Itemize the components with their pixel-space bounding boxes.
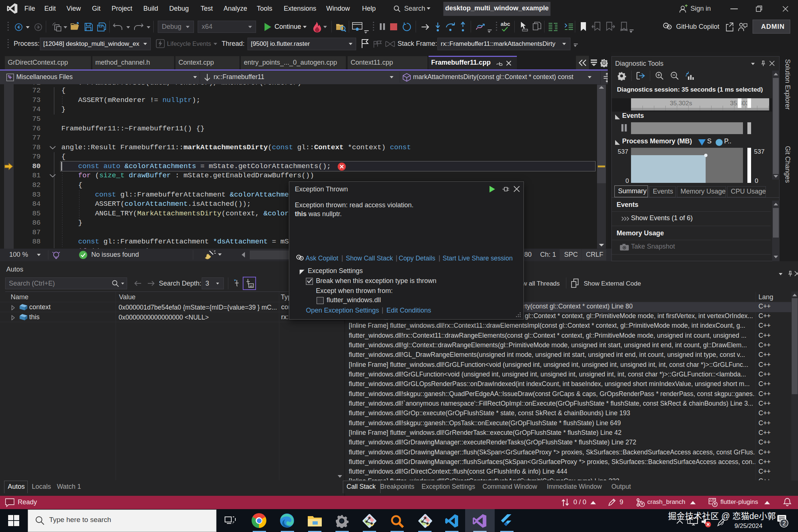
svg-text:2: 2 — [782, 520, 786, 526]
svg-text:ab: ab — [249, 284, 253, 288]
